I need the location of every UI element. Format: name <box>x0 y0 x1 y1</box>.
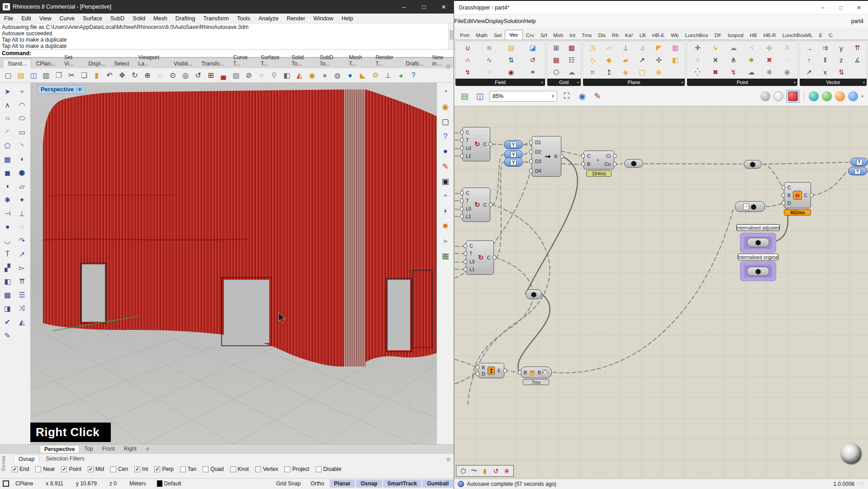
sidebar-tool-icon[interactable]: ◨ <box>0 301 14 315</box>
osnap-panel-tab[interactable]: Selection Filters <box>41 455 89 463</box>
cplane-label[interactable]: CPlane <box>9 480 39 487</box>
ribbon-component-icon[interactable]: ▤ <box>506 42 517 53</box>
gh-category-tab[interactable]: HB-E <box>649 31 668 40</box>
ribbon-component-icon[interactable]: ↗ <box>637 55 648 66</box>
toolbar-icon[interactable]: ◧ <box>280 70 293 81</box>
ribbon-component-icon[interactable]: ✛ <box>692 42 703 53</box>
toolbar-tab[interactable]: Viewport La... <box>134 53 170 68</box>
input-port[interactable]: C <box>466 190 471 196</box>
ribbon-component-icon[interactable]: ◇ <box>587 55 598 66</box>
input-port[interactable]: L1 <box>466 153 471 159</box>
checkbox-box[interactable] <box>285 466 290 472</box>
ribbon-component-icon[interactable]: ⊹ <box>764 42 775 53</box>
ribbon-component-icon[interactable]: ⇈ <box>852 42 863 53</box>
panel-icon[interactable]: ? <box>440 131 451 142</box>
sketch-brush-icon[interactable]: ✎ <box>592 90 603 102</box>
recent-component-icon[interactable]: ⬡ <box>459 466 468 475</box>
preview-eye-icon[interactable]: ◉ <box>576 90 588 102</box>
sidebar-tool-icon[interactable]: ▭ <box>15 125 28 139</box>
tab-options-gear-icon[interactable]: ⚙ <box>446 63 452 70</box>
checkbox-box[interactable] <box>12 466 18 472</box>
zoom-extents-icon[interactable]: ⛶ <box>561 90 573 102</box>
gh-category-tab[interactable]: Vec <box>505 30 523 40</box>
ribbon-component-icon[interactable]: y <box>836 42 847 53</box>
toolbar-icon[interactable]: ▥ <box>40 70 52 81</box>
ribbon-component-icon[interactable]: x <box>820 67 830 78</box>
viewport-title-dropdown[interactable]: Perspective ▼ <box>37 85 85 94</box>
osnap-checkbox[interactable]: Int <box>134 466 148 472</box>
gh-category-tab[interactable]: Msh <box>550 31 566 40</box>
ribbon-component-icon[interactable]: ▢ <box>637 67 648 78</box>
minimize-button[interactable]: – <box>394 0 414 14</box>
input-port[interactable]: C <box>470 243 475 249</box>
teal-display-icon[interactable] <box>809 91 819 101</box>
maximize-button[interactable]: □ <box>414 0 434 14</box>
sidebar-tool-icon[interactable]: ✔ <box>0 315 14 329</box>
toolbar-icon[interactable]: ❐ <box>52 70 65 81</box>
toolbar-icon[interactable]: ⊙ <box>166 70 179 81</box>
toolbar-tab[interactable]: Surface T... <box>256 53 287 68</box>
gh-category-tab[interactable]: HB <box>747 31 760 40</box>
panel-icon[interactable]: ✎ <box>440 161 451 172</box>
input-port[interactable]: D1 <box>535 140 541 145</box>
ribbon-component-icon[interactable]: ☷ <box>566 55 577 66</box>
input-port[interactable]: L1 <box>470 267 475 272</box>
gh-category-tab[interactable]: Int <box>566 31 579 40</box>
gh-category-tab[interactable]: Dis <box>595 31 609 40</box>
rhino-menu-item[interactable]: Drafting <box>171 15 199 22</box>
input-port[interactable]: C <box>587 153 591 159</box>
checkbox-box[interactable] <box>35 466 41 472</box>
toolbar-icon[interactable]: ◭ <box>293 70 306 81</box>
toolbar-tab[interactable]: Select <box>109 59 133 68</box>
osnap-checkbox[interactable]: Disable <box>316 466 342 472</box>
gh-category-tab[interactable]: Crv <box>523 31 537 40</box>
sift-capsule[interactable]: Y <box>850 158 868 166</box>
toolbar-icon[interactable]: ⚲ <box>268 70 280 81</box>
sift-capsule[interactable]: Y <box>848 167 867 175</box>
input-port[interactable]: B <box>524 370 527 375</box>
ribbon-component-icon[interactable]: ↗ <box>804 67 815 78</box>
toolbar-icon[interactable]: ◍ <box>331 70 344 81</box>
ribbon-component-icon[interactable]: ▰ <box>620 55 631 66</box>
toolbar-icon[interactable]: ▨ <box>230 70 242 81</box>
osnap-checkbox[interactable]: Mid <box>88 466 104 472</box>
ribbon-component-icon[interactable]: ◤ <box>654 42 664 53</box>
rhino-menu-item[interactable]: File <box>0 15 17 22</box>
ribbon-component-icon[interactable]: ⋔ <box>728 55 739 66</box>
layer-color-swatch[interactable] <box>157 480 162 487</box>
toolbar-icon[interactable]: ▄ <box>217 70 230 81</box>
gh-category-tab[interactable]: DF <box>711 31 725 40</box>
sidebar-tool-icon[interactable]: ▻ <box>15 261 28 274</box>
statusbar-toggle[interactable]: Osnap <box>356 480 382 488</box>
ribbon-group-label[interactable]: Point▾ <box>687 79 797 86</box>
osnap-checkbox[interactable]: End <box>12 466 29 472</box>
toolbar-icon[interactable]: ❏ <box>78 70 90 81</box>
sidebar-tool-icon[interactable]: ◡ <box>0 234 14 247</box>
sidebar-tool-icon[interactable]: ▞ <box>0 261 14 274</box>
sidebar-tool-icon[interactable]: ⬢ <box>15 166 28 179</box>
input-port[interactable]: T <box>466 137 471 143</box>
sidebar-tool-icon[interactable]: ✎ <box>0 329 14 342</box>
ribbon-component-icon[interactable]: ◆ <box>604 55 615 66</box>
gh-category-tab[interactable]: Prm <box>457 31 473 40</box>
sidebar-tool-icon[interactable]: ◭ <box>15 315 28 329</box>
toolbar-icon[interactable]: ✥ <box>116 70 128 81</box>
relay-node[interactable]: ⬢ <box>624 159 643 168</box>
input-port[interactable]: B <box>587 161 591 167</box>
gh-category-tab[interactable]: Rh <box>609 31 622 40</box>
osnap-checkbox[interactable]: Tan <box>180 466 196 472</box>
command-history[interactable]: Autosaving file as C:\Users\Arie\AppData… <box>0 24 454 50</box>
cplane-icon[interactable] <box>3 480 9 487</box>
sidebar-tool-icon[interactable]: ◼ <box>0 166 14 179</box>
ribbon-component-icon[interactable]: ◌ <box>782 55 792 66</box>
group-label[interactable]: Internalised original <box>738 254 778 260</box>
sift-capsule[interactable]: Y <box>504 158 523 167</box>
osnap-panel-tab[interactable]: Osnap <box>14 455 39 463</box>
sidebar-tool-icon[interactable]: ☰ <box>15 288 28 301</box>
gh-category-tab[interactable]: Srf <box>537 31 550 40</box>
checkbox-box[interactable] <box>180 466 186 472</box>
toolbar-tab[interactable]: Render T... <box>371 53 401 68</box>
ribbon-group-label[interactable]: Grid▾ <box>547 79 581 86</box>
blue-display-icon[interactable] <box>848 91 858 101</box>
rhino-menu-item[interactable]: Surface <box>79 15 106 22</box>
